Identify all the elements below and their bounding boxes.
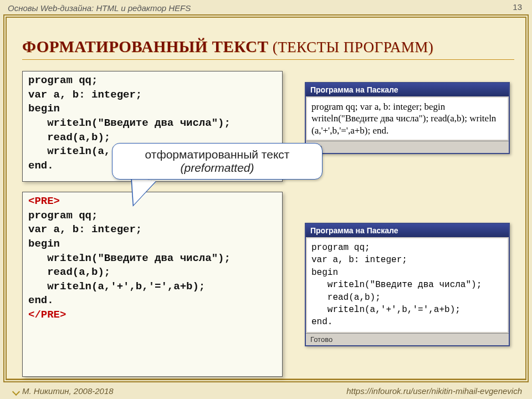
callout-bubble: отформатированный текст (preformatted) bbox=[112, 143, 323, 180]
statusbar-1: ово bbox=[306, 141, 509, 153]
browser-window-2: Программа на Паскале program qq; var a, … bbox=[305, 223, 510, 346]
callout-line2: (preformatted) bbox=[180, 161, 254, 174]
title-main: ФОРМАТИРОВАННЫЙ ТЕКСТ bbox=[22, 38, 268, 55]
page-number: 13 bbox=[513, 2, 522, 12]
pre-open-tag: <PRE> bbox=[28, 195, 60, 207]
titlebar-1: Программа на Паскале bbox=[306, 83, 509, 96]
pre-close-tag: </PRE> bbox=[28, 309, 66, 321]
footer-icon bbox=[12, 388, 20, 396]
callout-line1: отформатированный текст bbox=[145, 148, 290, 161]
titlebar-2: Программа на Паскале bbox=[306, 224, 509, 237]
browser-body-1: program qq; var a, b: integer; begin wri… bbox=[307, 98, 508, 140]
slide-frame: ФОРМАТИРОВАННЫЙ ТЕКСТ (ТЕКСТЫ ПРОГРАММ) … bbox=[3, 14, 529, 382]
breadcrumb: Основы Web-дизайна: HTML и редактор HEFS bbox=[8, 3, 191, 13]
browser-window-1: Программа на Паскале program qq; var a, … bbox=[305, 82, 510, 154]
footer-url: https://infourok.ru/user/nikitin-mihail-… bbox=[346, 386, 522, 396]
statusbar-2: Готово bbox=[306, 333, 509, 345]
slide-title: ФОРМАТИРОВАННЫЙ ТЕКСТ (ТЕКСТЫ ПРОГРАММ) bbox=[22, 38, 514, 60]
browser-body-2: program qq; var a, b: integer; begin wri… bbox=[307, 238, 508, 332]
title-subtitle: (ТЕКСТЫ ПРОГРАММ) bbox=[268, 39, 433, 55]
footer-author: М. Никитин, 2008-2018 bbox=[13, 386, 114, 396]
pre-body: program qq; var a, b: integer; begin wri… bbox=[28, 209, 231, 307]
code-box-pre: <PRE> program qq; var a, b: integer; beg… bbox=[22, 192, 283, 377]
footer-author-text: М. Никитин, 2008-2018 bbox=[22, 386, 114, 396]
